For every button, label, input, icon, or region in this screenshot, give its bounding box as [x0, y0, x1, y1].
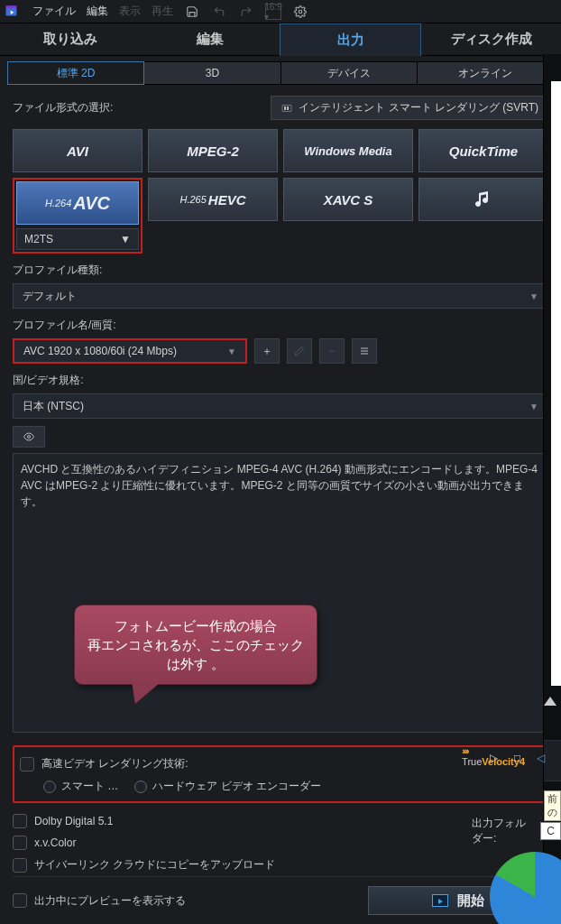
format-prefix: H.264 [45, 198, 71, 208]
cloud-checkbox[interactable] [13, 858, 27, 873]
output-folder-label: 出力フォルダー: [472, 816, 535, 846]
svg-rect-6 [287, 106, 289, 110]
menu-edit[interactable]: 編集 [87, 4, 108, 19]
play-icon[interactable]: ▷ [490, 752, 498, 764]
plus-icon: ＋ [262, 344, 272, 359]
region-label: 国/ビデオ規格: [13, 373, 548, 388]
profile-details-button[interactable] [352, 338, 377, 364]
dolby-checkbox[interactable] [13, 814, 27, 828]
output-folder-field[interactable]: C [540, 822, 561, 840]
svg-point-10 [28, 436, 31, 439]
format-quicktime[interactable]: QuickTime [418, 129, 548, 172]
svrt-button[interactable]: インテリジェント スマート レンダリング (SVRT) [271, 96, 548, 120]
profile-name-select[interactable]: AVC 1920 x 1080/60i (24 Mbps) ▼ [13, 338, 247, 364]
profile-name-value: AVC 1920 x 1080/60i (24 Mbps) [23, 345, 177, 357]
tab-output[interactable]: 出力 [280, 23, 421, 56]
profile-name-label: プロファイル名/画質: [13, 318, 548, 333]
format-avc-highlight: H.264 AVC M2TS ▼ [13, 178, 143, 254]
fast-render-checkbox[interactable] [20, 757, 34, 772]
format-audio[interactable] [418, 178, 548, 221]
preview-during-output-checkbox[interactable] [13, 893, 27, 908]
profile-type-select[interactable]: デフォルト ▼ [13, 283, 548, 309]
mode-online[interactable]: オンライン [418, 61, 554, 85]
minus-icon: − [328, 345, 335, 357]
hw-encoder-radio[interactable] [134, 781, 147, 793]
format-wmv[interactable]: Windows Media [283, 129, 413, 172]
output-mode-tabs: 標準 2D 3D デバイス オンライン [7, 61, 554, 85]
callout-text: フォトムービー作成の場合 再エンコされるが、ここのチェック は外す 。 [87, 616, 304, 673]
workflow-tabs: 取り込み 編集 出力 ディスク作成 [0, 23, 561, 56]
format-label: HEVC [208, 192, 246, 208]
format-h265-hevc[interactable]: H.265 HEVC [148, 178, 278, 221]
chevron-down-icon: ▼ [120, 233, 131, 245]
format-mpeg2[interactable]: MPEG-2 [148, 129, 278, 172]
svg-rect-1 [6, 5, 17, 8]
preview-pane: ▷ □ ◁ 前の 出力フォルダー: C [543, 54, 561, 924]
start-label: 開始 [457, 892, 484, 910]
svrt-label: インテリジェント スマート レンダリング (SVRT) [299, 100, 538, 116]
container-select[interactable]: M2TS ▼ [16, 228, 139, 250]
mode-device[interactable]: デバイス [281, 61, 418, 85]
file-format-label: ファイル形式の選択: [13, 100, 113, 116]
settings-icon[interactable] [292, 4, 308, 20]
menu-view: 表示 [119, 4, 141, 19]
annotation-callout: フォトムービー作成の場合 再エンコされるが、ここのチェック は外す 。 [74, 605, 317, 685]
svg-point-3 [299, 10, 302, 14]
chevron-down-icon: ▼ [529, 402, 538, 411]
smart-label: スマート … [61, 779, 118, 794]
format-xavcs[interactable]: XAVC S [283, 178, 413, 221]
preview-during-output-label: 出力中にプレビューを表示する [34, 893, 186, 909]
list-icon [359, 346, 370, 356]
profile-type-value: デフォルト [23, 289, 77, 304]
menu-bar: ファイル 編集 表示 再生 16:9 ▾ [0, 0, 561, 23]
container-value: M2TS [24, 233, 53, 245]
menu-file[interactable]: ファイル [32, 4, 76, 19]
svg-rect-5 [284, 106, 286, 110]
clip-icon [432, 894, 448, 907]
stop-icon[interactable]: □ [514, 752, 520, 764]
mode-2d[interactable]: 標準 2D [7, 61, 144, 85]
chevron-down-icon: ▼ [227, 346, 236, 356]
preview-button[interactable] [13, 426, 45, 448]
music-icon [473, 189, 494, 210]
hw-encoder-label: ハードウェア ビデオ エンコーダー [152, 779, 321, 794]
format-avi[interactable]: AVI [13, 129, 143, 172]
menu-play: 再生 [152, 4, 173, 19]
profile-type-label: プロファイル種類: [13, 263, 548, 278]
pencil-icon [294, 346, 305, 356]
edit-profile-button [287, 338, 312, 364]
chevron-down-icon: ▼ [529, 291, 538, 301]
profile-description: AVCHD と互換性のあるハイデフィニション MPEG-4 AVC (H.264… [13, 453, 548, 733]
region-value: 日本 (NTSC) [23, 399, 84, 414]
smart-radio[interactable] [43, 781, 56, 793]
prev-frame-icon[interactable]: ◁ [537, 752, 545, 764]
xvcolor-label: x.v.Color [34, 836, 76, 849]
format-h264-avc[interactable]: H.264 AVC [16, 181, 139, 225]
save-icon[interactable] [184, 4, 200, 20]
remove-profile-button: − [319, 338, 345, 364]
region-select[interactable]: 日本 (NTSC) ▼ [13, 393, 548, 419]
tab-import[interactable]: 取り込み [0, 23, 140, 55]
format-label: AVC [73, 193, 110, 214]
undo-icon [211, 4, 227, 20]
playback-controls: ▷ □ ◁ [544, 740, 561, 781]
aspect-icon: 16:9 ▾ [265, 4, 281, 20]
mode-3d[interactable]: 3D [144, 61, 280, 85]
xvcolor-checkbox[interactable] [13, 836, 27, 850]
add-profile-button[interactable]: ＋ [254, 338, 280, 364]
fast-render-label: 高速ビデオ レンダリング技術: [41, 756, 189, 772]
svrt-icon [280, 103, 293, 114]
tab-disc[interactable]: ディスク作成 [421, 23, 561, 55]
redo-icon [238, 4, 254, 20]
preview-canvas [551, 81, 561, 686]
format-prefix: H.265 [179, 194, 206, 205]
eye-icon [21, 431, 37, 442]
app-logo-icon [4, 4, 22, 20]
tab-edit[interactable]: 編集 [140, 23, 280, 55]
cloud-label: サイバーリンク クラウドにコピーをアップロード [34, 857, 275, 873]
chevrons-icon: ›››› [462, 745, 468, 756]
dolby-label: Dolby Digital 5.1 [34, 815, 113, 827]
timeline-playhead[interactable] [544, 697, 556, 706]
